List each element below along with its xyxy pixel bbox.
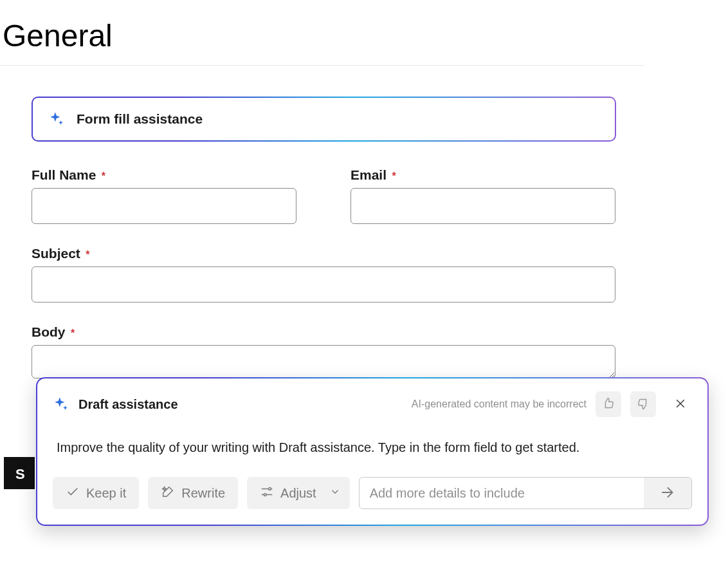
ai-disclaimer: AI-generated content may be incorrect (412, 398, 587, 410)
draft-header: Draft assistance AI-generated content ma… (53, 391, 692, 417)
close-icon (674, 397, 687, 412)
arrow-right-icon (659, 484, 676, 503)
field-subject: Subject * (32, 246, 615, 303)
sliders-icon (260, 485, 274, 502)
rewrite-label: Rewrite (181, 486, 225, 501)
rewrite-icon (161, 485, 175, 502)
form-fill-assistance-title: Form fill assistance (77, 111, 203, 127)
draft-assistance-popup: Draft assistance AI-generated content ma… (36, 377, 709, 526)
keep-it-button[interactable]: Keep it (53, 477, 139, 509)
chevron-down-icon (329, 486, 341, 501)
required-mark: * (71, 328, 75, 339)
close-button[interactable] (669, 393, 692, 416)
rewrite-button[interactable]: Rewrite (148, 477, 238, 509)
subject-input[interactable] (32, 266, 615, 303)
field-email: Email * (350, 167, 615, 224)
check-icon (66, 485, 80, 502)
body-textarea[interactable] (32, 345, 615, 378)
thumbs-up-button[interactable] (596, 391, 621, 417)
svg-point-0 (269, 487, 271, 490)
required-mark: * (102, 171, 105, 182)
thumbs-up-icon (601, 396, 615, 413)
draft-actions: Keep it Rewrite Adjust (53, 477, 692, 509)
full-name-label: Full Name (32, 167, 96, 182)
thumbs-down-icon (636, 396, 650, 413)
page-title: General (0, 0, 644, 66)
thumbs-down-button[interactable] (630, 391, 656, 417)
sparkle-icon (53, 396, 69, 413)
full-name-input[interactable] (32, 188, 296, 224)
field-body: Body * (32, 324, 615, 378)
adjust-button[interactable]: Adjust (247, 477, 350, 509)
form-area: Form fill assistance Full Name * Email *… (0, 66, 616, 378)
adjust-label: Adjust (280, 486, 316, 501)
keep-it-label: Keep it (86, 486, 126, 501)
email-label: Email (350, 167, 387, 182)
subject-label: Subject (32, 246, 80, 261)
svg-point-1 (264, 493, 266, 496)
body-label: Body (32, 324, 66, 339)
required-mark: * (392, 171, 396, 182)
email-input[interactable] (350, 188, 615, 224)
form-fill-assistance-banner[interactable]: Form fill assistance (32, 97, 616, 142)
draft-body-text: Improve the quality of your writing with… (53, 417, 692, 477)
required-mark: * (86, 249, 89, 260)
draft-assistance-title: Draft assistance (78, 397, 178, 412)
details-input-wrap (359, 477, 692, 509)
sparkle-icon (48, 111, 65, 127)
details-input[interactable] (359, 486, 644, 501)
send-button[interactable] (644, 478, 691, 508)
field-full-name: Full Name * (32, 167, 296, 224)
submit-button[interactable]: S (4, 457, 35, 489)
